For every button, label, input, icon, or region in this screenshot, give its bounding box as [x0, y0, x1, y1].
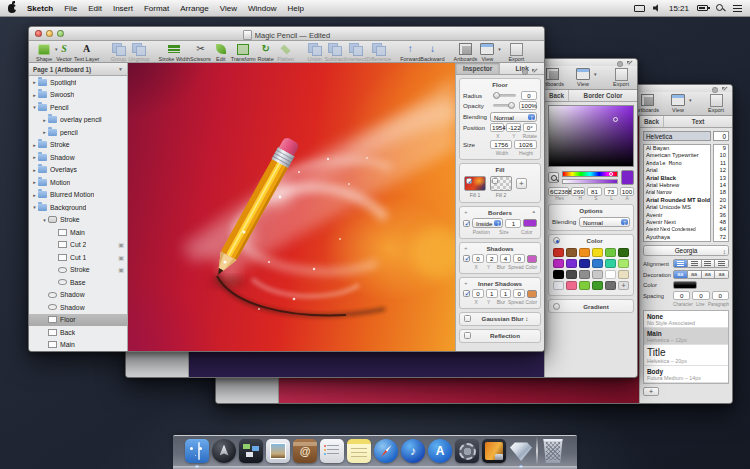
- toolbar-edit-button[interactable]: Edit: [211, 43, 231, 62]
- radius-slider[interactable]: [493, 94, 516, 97]
- align-right-button[interactable]: [702, 259, 716, 268]
- disclosure-triangle[interactable]: ▸: [41, 129, 48, 135]
- color-swatch[interactable]: [605, 248, 616, 257]
- layer-row[interactable]: ▸ Blurred Motion: [29, 189, 127, 202]
- inner-shadow-x-field[interactable]: 0: [472, 289, 484, 298]
- fullscreen-icon[interactable]: [532, 69, 538, 75]
- text-style-item[interactable]: Main Helvetica – 12px: [644, 328, 728, 345]
- layer-row[interactable]: Base: [29, 276, 127, 289]
- gear-icon[interactable]: [712, 87, 718, 93]
- font-list-item[interactable]: Arial: [644, 167, 710, 174]
- gear-icon[interactable]: [522, 69, 528, 75]
- back-button[interactable]: Back: [545, 90, 569, 101]
- toolbar-forward-button[interactable]: ↑ Forward: [400, 43, 420, 62]
- battery-menu-icon[interactable]: [697, 5, 708, 11]
- dock-icon-contacts[interactable]: @: [293, 439, 317, 463]
- disclosure-triangle[interactable]: ▸: [31, 92, 38, 98]
- color-swatch[interactable]: [553, 281, 564, 290]
- inner-shadow-enabled-checkbox[interactable]: [463, 290, 470, 297]
- font-size-item[interactable]: 12: [714, 167, 728, 174]
- fill-1[interactable]: Fill 1: [464, 176, 486, 198]
- inner-shadow-blur-field[interactable]: 1: [500, 289, 512, 298]
- border-position-select[interactable]: Inside: [472, 218, 504, 228]
- color-swatch[interactable]: [592, 281, 603, 290]
- dock-icon-sketch[interactable]: [509, 439, 533, 463]
- shadow-y-field[interactable]: 2: [486, 254, 498, 263]
- toolbar-transform-button[interactable]: Transform: [231, 43, 256, 62]
- opacity-slider-handle[interactable]: [508, 102, 515, 109]
- color-swatch[interactable]: [618, 248, 629, 257]
- toolbar-export-button[interactable]: Export: [706, 94, 726, 113]
- decoration-caps-button[interactable]: aa: [715, 270, 729, 279]
- align-center-button[interactable]: [688, 259, 702, 268]
- page-selector[interactable]: Page 1 (Artboard 1) ▼: [29, 63, 127, 76]
- color-swatch[interactable]: [592, 248, 603, 257]
- font-size-item[interactable]: 11: [714, 160, 728, 167]
- layer-row[interactable]: ▸ Overlays: [29, 164, 127, 177]
- dock-icon-notes[interactable]: [347, 439, 371, 463]
- font-size-item[interactable]: 36: [714, 212, 728, 219]
- toolbar-export-button[interactable]: Export: [506, 43, 526, 62]
- dock-icon-finder[interactable]: [185, 439, 209, 463]
- color-radio[interactable]: [553, 237, 560, 244]
- dock-icon-photo-editor[interactable]: [482, 439, 506, 463]
- volume-menu-icon[interactable]: [653, 4, 661, 12]
- border-size-field[interactable]: 1: [505, 219, 521, 228]
- dock-icon-app-store[interactable]: A: [428, 439, 452, 463]
- color-swatch[interactable]: [605, 259, 616, 268]
- layer-row[interactable]: Cut 1 ▣: [29, 251, 127, 264]
- menu-item[interactable]: File: [64, 4, 77, 13]
- font-size-item[interactable]: 13: [714, 175, 728, 182]
- layer-row[interactable]: ▾ Stroke: [29, 214, 127, 227]
- disclosure-triangle[interactable]: ▾: [31, 104, 38, 110]
- dock-icon-reminders[interactable]: [320, 439, 344, 463]
- toolbar-union-button[interactable]: Union: [305, 43, 325, 62]
- color-swatch[interactable]: [592, 259, 603, 268]
- toolbar-artboards-button[interactable]: Artboards: [453, 43, 477, 62]
- disclosure-triangle[interactable]: ▸: [31, 179, 38, 185]
- shadow-color-swatch[interactable]: [527, 255, 537, 263]
- font-list-item[interactable]: Arial Unicode MS: [644, 204, 710, 211]
- font-size-item[interactable]: 9: [714, 145, 728, 152]
- add-style-button[interactable]: +: [643, 387, 659, 396]
- layer-row[interactable]: ▸ Spotlight: [29, 76, 127, 89]
- toolbar-difference-button[interactable]: Difference: [366, 43, 391, 62]
- alpha-field[interactable]: 100: [620, 187, 634, 196]
- inner-shadow-spread-field[interactable]: 0: [513, 289, 525, 298]
- opacity-field[interactable]: 100%: [519, 101, 537, 110]
- menu-item[interactable]: Edit: [88, 4, 102, 13]
- toolbar-backward-button[interactable]: ↓ Backward: [420, 43, 444, 62]
- toolbar-flatten-button[interactable]: Flatten: [276, 43, 296, 62]
- layer-row[interactable]: ▸ Motion: [29, 176, 127, 189]
- color-swatch[interactable]: [605, 270, 616, 279]
- toolbar-artboards-button[interactable]: Artboards: [635, 94, 659, 113]
- color-swatch[interactable]: [566, 270, 577, 279]
- decoration-underline-button[interactable]: aa: [688, 270, 702, 279]
- font-size-item[interactable]: 20: [714, 197, 728, 204]
- layer-row[interactable]: ▸ pencil: [29, 126, 127, 139]
- font-list-item[interactable]: Ayuthaya: [644, 234, 710, 241]
- saturation-field[interactable]: 81: [587, 187, 601, 196]
- font-list-item[interactable]: Avenir Next Condensed: [644, 226, 698, 233]
- layer-row[interactable]: Main: [29, 226, 127, 239]
- decoration-none-button[interactable]: aa: [673, 270, 688, 279]
- layer-row[interactable]: Main: [29, 339, 127, 352]
- font-list-item[interactable]: Arial Black: [644, 175, 710, 182]
- gradient-radio[interactable]: [553, 303, 560, 310]
- color-swatch[interactable]: [579, 270, 590, 279]
- menu-item[interactable]: Window: [248, 4, 276, 13]
- blending-select[interactable]: Normal: [579, 217, 630, 227]
- font-list-item[interactable]: Arial Narrow: [644, 189, 698, 196]
- toolbar-shape-button[interactable]: Shape: [34, 43, 54, 62]
- color-swatch[interactable]: [605, 281, 616, 290]
- alpha-slider[interactable]: [562, 179, 618, 184]
- font-size-item[interactable]: 64: [714, 226, 728, 233]
- inner-shadow-color-swatch[interactable]: [527, 290, 537, 298]
- shadow-spread-field[interactable]: 0: [513, 254, 525, 263]
- disclosure-triangle[interactable]: ▾: [31, 204, 38, 210]
- font-size-item[interactable]: 48: [714, 219, 728, 226]
- paragraph-spacing-field[interactable]: 0: [712, 291, 729, 300]
- toolbar-view-button[interactable]: View: [668, 94, 688, 113]
- toolbar-view-button[interactable]: View: [573, 68, 593, 87]
- layer-row[interactable]: ▸ Swoosh: [29, 89, 127, 102]
